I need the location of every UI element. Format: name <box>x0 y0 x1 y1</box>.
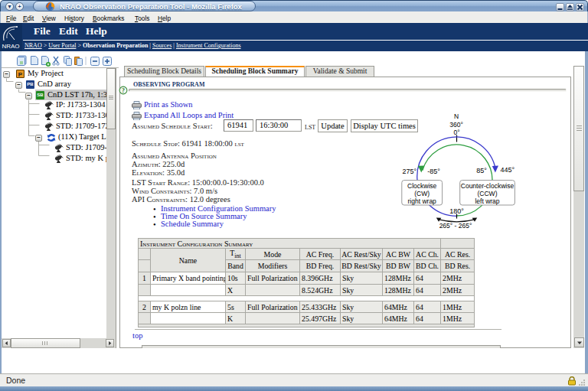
svg-text:left wrap: left wrap <box>475 197 499 205</box>
svg-text:-85°: -85° <box>427 168 440 175</box>
svg-text:N: N <box>454 112 459 120</box>
svg-text:(CW): (CW) <box>414 190 430 197</box>
svg-text:?: ? <box>122 87 125 94</box>
svg-text:0°: 0° <box>453 129 459 136</box>
svg-text:(CCW): (CCW) <box>478 190 498 197</box>
svg-text:right wrap: right wrap <box>408 197 437 205</box>
svg-text:275°: 275° <box>402 168 416 175</box>
svg-text:85°: 85° <box>476 167 487 174</box>
svg-text:180°: 180° <box>449 207 464 215</box>
svg-text:Counter-clockwise: Counter-clockwise <box>461 182 514 190</box>
svg-text:360°: 360° <box>449 121 463 129</box>
svg-text:445°: 445° <box>500 166 514 174</box>
svg-text:265° - 265°: 265° - 265° <box>439 222 472 230</box>
svg-text:Clockwise: Clockwise <box>407 182 437 190</box>
